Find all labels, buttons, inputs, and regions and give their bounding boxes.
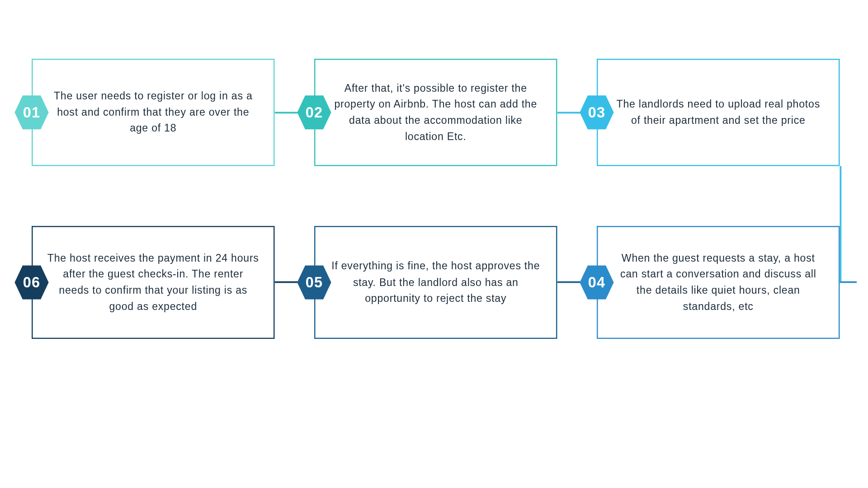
connector-3 bbox=[840, 166, 841, 283]
step-06: The host receives the payment in 24 hour… bbox=[32, 226, 275, 339]
step-04-text: When the guest requests a stay, a host c… bbox=[598, 250, 839, 314]
step-01: The user needs to register or log in as … bbox=[32, 59, 275, 166]
step-03-text: The landlords need to upload real photos… bbox=[598, 96, 839, 129]
step-01-text: The user needs to register or log in as … bbox=[33, 88, 274, 137]
step-04: When the guest requests a stay, a host c… bbox=[597, 226, 840, 339]
step-02: After that, it's possible to register th… bbox=[314, 59, 557, 166]
step-05: If everything is fine, the host approves… bbox=[314, 226, 557, 339]
step-01-number: 01 bbox=[23, 103, 41, 121]
step-02-number: 02 bbox=[306, 103, 323, 121]
step-02-text: After that, it's possible to register th… bbox=[316, 80, 557, 145]
step-03: The landlords need to upload real photos… bbox=[597, 59, 840, 166]
step-03-number: 03 bbox=[588, 103, 606, 121]
connector-4 bbox=[840, 282, 857, 283]
step-05-number: 05 bbox=[306, 274, 323, 291]
step-04-number: 04 bbox=[588, 274, 606, 291]
step-05-text: If everything is fine, the host approves… bbox=[316, 258, 557, 307]
process-diagram: The user needs to register or log in as … bbox=[0, 0, 868, 488]
step-06-number: 06 bbox=[23, 274, 41, 291]
step-06-text: The host receives the payment in 24 hour… bbox=[33, 250, 274, 314]
